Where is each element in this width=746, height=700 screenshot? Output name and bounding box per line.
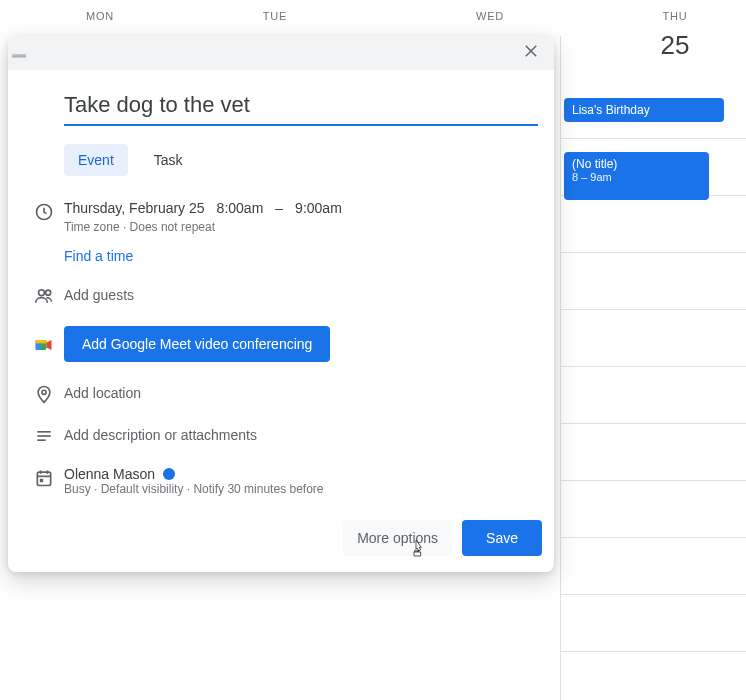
add-meet-button[interactable]: Add Google Meet video conferencing (64, 326, 330, 362)
svg-point-4 (46, 290, 51, 295)
grid-hline (560, 423, 746, 424)
grid-hline (560, 366, 746, 367)
calendar-page: MON TUE WED THU 25 Lisa's Birthday (No t… (0, 0, 746, 700)
timezone-link[interactable]: Time zone (64, 220, 120, 234)
time-dash: – (275, 200, 283, 216)
tab-event[interactable]: Event (64, 144, 128, 176)
recurrence-link[interactable]: Does not repeat (130, 220, 215, 234)
separator: · (123, 220, 130, 234)
day-number-thu[interactable]: 25 (625, 30, 725, 61)
svg-point-9 (42, 390, 46, 394)
svg-point-3 (39, 290, 45, 296)
modal-header: || (8, 36, 554, 70)
day-header-mon: MON (50, 0, 150, 22)
event-date[interactable]: Thursday, February 25 (64, 200, 205, 216)
description-placeholder: Add description or attachments (64, 427, 538, 443)
grid-hline (560, 252, 746, 253)
svg-rect-7 (36, 340, 47, 343)
grid-hline (560, 651, 746, 652)
svg-marker-8 (47, 340, 52, 350)
svg-rect-17 (40, 479, 43, 482)
datetime-row: Thursday, February 25 8:00am – 9:00am Ti… (24, 200, 538, 264)
grid-hline (560, 480, 746, 481)
close-button[interactable] (516, 36, 546, 70)
availability: Busy (64, 482, 91, 496)
organizer-name: Olenna Mason (64, 466, 155, 482)
modal-footer: More options Save (8, 520, 554, 572)
guests-row[interactable]: Add guests (24, 284, 538, 306)
event-start-time[interactable]: 8:00am (217, 200, 264, 216)
allday-event-chip[interactable]: Lisa's Birthday (564, 98, 724, 122)
modal-body: Event Task Thursday, February 25 8:00am … (8, 70, 554, 520)
find-a-time-link[interactable]: Find a time (64, 248, 538, 264)
event-title-input[interactable] (64, 88, 538, 126)
location-placeholder: Add location (64, 385, 538, 401)
event-title: Lisa's Birthday (572, 103, 650, 117)
description-row[interactable]: Add description or attachments (24, 424, 538, 446)
separator: · (94, 482, 101, 496)
calendar-icon (24, 466, 64, 488)
grid-hline (560, 594, 746, 595)
grid-hline (560, 309, 746, 310)
notification: Notify 30 minutes before (193, 482, 323, 496)
save-button[interactable]: Save (462, 520, 542, 556)
day-header-thu: THU (625, 0, 725, 22)
location-row[interactable]: Add location (24, 382, 538, 404)
organizer-row[interactable]: Olenna Mason Busy · Default visibility ·… (24, 466, 538, 496)
visibility: Default visibility (101, 482, 184, 496)
day-header-tue: TUE (225, 0, 325, 22)
description-icon (24, 424, 64, 446)
grid-vline (560, 36, 561, 700)
location-icon (24, 382, 64, 404)
grid-hline (560, 138, 746, 139)
timed-event-chip[interactable]: (No title) 8 – 9am (564, 152, 709, 200)
more-options-button[interactable]: More options (343, 520, 452, 556)
day-header-wed: WED (440, 0, 540, 22)
people-icon (24, 284, 64, 306)
google-meet-icon (24, 333, 64, 355)
tab-task[interactable]: Task (140, 144, 197, 176)
event-end-time[interactable]: 9:00am (295, 200, 342, 216)
type-tabs: Event Task (64, 144, 538, 176)
guests-placeholder: Add guests (64, 287, 538, 303)
drag-handle-icon[interactable]: || (12, 49, 28, 56)
meet-row: Add Google Meet video conferencing (24, 326, 538, 362)
event-create-modal: || Event Task Thursday, February 25 (8, 36, 554, 572)
clock-icon (24, 200, 64, 222)
calendar-color-dot[interactable] (163, 468, 175, 480)
event-time: 8 – 9am (572, 171, 701, 183)
grid-hline (560, 537, 746, 538)
svg-rect-13 (37, 472, 50, 485)
event-title: (No title) (572, 157, 701, 171)
close-icon (522, 42, 540, 60)
